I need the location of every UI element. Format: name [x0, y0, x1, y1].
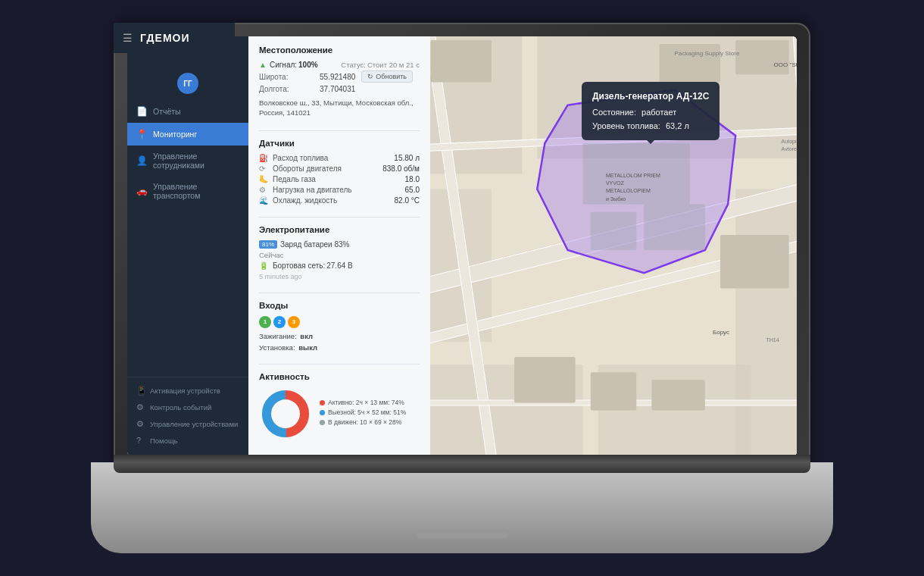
coolant-icon: 🌊: [259, 196, 270, 205]
manage-label: Управление устройствами: [150, 420, 238, 428]
tooltip-title: Дизель-генератор АД-12С: [592, 89, 709, 104]
app-logo: ГДЕМОИ: [140, 36, 190, 44]
sidebar-item-reports[interactable]: 📄 Отчёты: [127, 100, 248, 123]
svg-rect-19: [720, 235, 789, 289]
signal-row: ▲ Сигнал: 100% Статус: Стоит 20 м 21 с: [259, 61, 420, 69]
sidebar-bottom-events[interactable]: ⚙ Контроль событий: [127, 399, 248, 415]
help-label: Помощь: [150, 437, 178, 445]
sensor-row-4: 🌊 Охлажд. жидкость 82.0 °C: [259, 196, 420, 205]
lon-label: Долгота:: [259, 85, 320, 93]
battery-badge: 81%: [259, 240, 277, 249]
sidebar-bottom: 📱 Активация устройств ⚙ Контроль событий…: [127, 377, 248, 456]
svg-text:ТН14: ТН14: [766, 337, 779, 343]
avatar: ГГ: [177, 73, 198, 94]
info-panel: Местоположение ▲ Сигнал: 100% Статус: Ст…: [248, 36, 430, 456]
svg-text:Packaging Supply Store: Packaging Supply Store: [675, 50, 740, 57]
sidebar-bottom-help[interactable]: ? Помощь: [127, 432, 248, 449]
svg-rect-16: [514, 357, 576, 402]
sidebar-item-reports-label: Отчёты: [153, 107, 181, 116]
activity-title: Активность: [259, 372, 420, 381]
inputs-section: Входы 1 2 3 Зажигание: вкл: [259, 301, 420, 352]
svg-rect-15: [430, 40, 492, 82]
svg-rect-23: [591, 212, 636, 250]
app-container: ☰ ГДЕМОИ ГГ 📄 Отчёты 📍 Мониторинг: [127, 36, 797, 456]
screen-bezel: ☰ ГДЕМОИ ГГ 📄 Отчёты 📍 Мониторинг: [114, 23, 810, 470]
hamburger-icon[interactable]: ☰: [127, 36, 133, 44]
board-label: Бортовая сеть:: [273, 261, 325, 270]
battery-row: 81% Заряд батареи 83%: [259, 240, 420, 249]
board-row: 🔋 Бортовая сеть: 27.64 В: [259, 261, 420, 270]
main-content: Местоположение ▲ Сигнал: 100% Статус: Ст…: [248, 36, 797, 456]
map-tooltip: Дизель-генератор АД-12С Состояние: работ…: [582, 82, 720, 140]
sensor-row-0: ⛽ Расход топлива 15.80 л: [259, 154, 420, 162]
tooltip-fuel: Уровень топлива: 63,2 л: [592, 120, 709, 133]
sidebar-item-monitoring[interactable]: 📍 Мониторинг: [127, 123, 248, 146]
lon-row: Долгота: 37.704031: [259, 85, 420, 93]
svg-text:и Зыбко: и Зыбко: [606, 196, 626, 202]
load-icon: ⚙: [259, 186, 270, 194]
svg-rect-24: [644, 205, 705, 250]
sidebar-item-vehicles[interactable]: 🚗 Управление транспортом: [127, 176, 248, 206]
divider-4: [259, 364, 420, 365]
svg-text:Autopila: Autopila: [782, 139, 797, 145]
sidebar-item-employees[interactable]: 👤 Управление сотрудниками: [127, 146, 248, 176]
vehicles-icon: 🚗: [136, 186, 147, 196]
reports-icon: 📄: [136, 106, 147, 117]
legend-dot-1: [320, 410, 325, 415]
fuel-value: 15.80 л: [394, 154, 420, 162]
location-section: Местоположение ▲ Сигнал: 100% Статус: Ст…: [259, 45, 420, 118]
map-area[interactable]: METALLOLOM PRIEM VYVOZ METALLOLOPIEM и З…: [430, 36, 797, 456]
legend-item-1: Выезной: 5ч × 52 мм: 51%: [320, 409, 406, 416]
legend-dot-2: [320, 420, 325, 425]
help-icon: ?: [136, 436, 145, 445]
sidebar-bottom-activate[interactable]: 📱 Активация устройств: [127, 382, 248, 399]
rpm-icon: ⟳: [259, 164, 270, 173]
time-ago: 5 minutes ago: [259, 273, 420, 280]
current-label: Сейчас: [259, 251, 420, 259]
svg-text:METALLOLOM PRIEM: METALLOLOM PRIEM: [606, 173, 660, 178]
legend-label-2: В движен: 10 × 69 × 28%: [328, 418, 401, 426]
location-title: Местоположение: [259, 45, 420, 55]
content-row: Местоположение ▲ Сигнал: 100% Статус: Ст…: [248, 36, 797, 456]
divider-2: [259, 217, 420, 218]
tooltip-status-label: Состояние:: [592, 108, 636, 117]
activate-label: Активация устройств: [150, 387, 220, 395]
sidebar-nav: 📄 Отчёты 📍 Мониторинг 👤 Управление сотру…: [127, 100, 248, 377]
pedal-value: 18.0: [405, 175, 420, 183]
sensors-section: Датчики ⛽ Расход топлива 15.80 л ⟳ Оборо…: [259, 139, 420, 205]
chart-legend: Активно: 2ч × 13 мм: 74% Выезной: 5ч × 5…: [320, 399, 406, 428]
input-badges-row: 1 2 3: [259, 316, 420, 328]
sidebar-bottom-manage[interactable]: ⚙ Управление устройствами: [127, 415, 248, 432]
monitoring-icon: 📍: [136, 129, 147, 139]
setup-label: Установка:: [259, 343, 295, 352]
events-icon: ⚙: [136, 402, 145, 412]
tooltip-fuel-label: Уровень топлива:: [592, 121, 660, 130]
lat-label: Широта:: [259, 73, 320, 81]
board-icon: 🔋: [259, 261, 270, 270]
rpm-value: 838.0 об/м: [382, 164, 420, 173]
sidebar-item-employees-label: Управление сотрудниками: [153, 152, 239, 170]
legend-label-0: Активно: 2ч × 13 мм: 74%: [328, 399, 404, 406]
pedal-label: Педаль газа: [273, 175, 405, 183]
sensor-row-1: ⟳ Обороты двигателя 838.0 об/м: [259, 164, 420, 173]
sidebar: ☰ ГДЕМОИ ГГ 📄 Отчёты 📍 Мониторинг: [127, 36, 248, 456]
inputs-title: Входы: [259, 301, 420, 310]
manage-icon: ⚙: [136, 419, 145, 428]
input-badge-3: 3: [288, 316, 300, 328]
svg-rect-12: [735, 40, 789, 74]
status-value: Стоит 20 м 21 с: [367, 61, 420, 69]
legend-label-1: Выезной: 5ч × 52 мм: 51%: [328, 409, 406, 416]
lat-value: 55.921480: [320, 73, 355, 81]
refresh-button[interactable]: ↻ Обновить: [361, 70, 413, 83]
tooltip-fuel-value: 63,2 л: [666, 121, 689, 130]
sensor-row-3: ⚙ Нагрузка на двигатель 65.0: [259, 186, 420, 194]
tooltip-status: Состояние: работает: [592, 106, 709, 120]
power-title: Электропитание: [259, 225, 420, 234]
rpm-label: Обороты двигателя: [273, 164, 382, 173]
legend-item-2: В движен: 10 × 69 × 28%: [320, 418, 406, 426]
laptop-shell: ☰ ГДЕМОИ ГГ 📄 Отчёты 📍 Мониторинг: [91, 23, 833, 553]
refresh-icon: ↻: [367, 73, 373, 80]
app-header: ☰ ГДЕМОИ: [127, 36, 235, 53]
activity-chart: Активно: 2ч × 13 мм: 74% Выезной: 5ч × 5…: [259, 387, 420, 440]
address-text: Волковское ш., 33, Мытищи, Московская об…: [259, 98, 420, 118]
